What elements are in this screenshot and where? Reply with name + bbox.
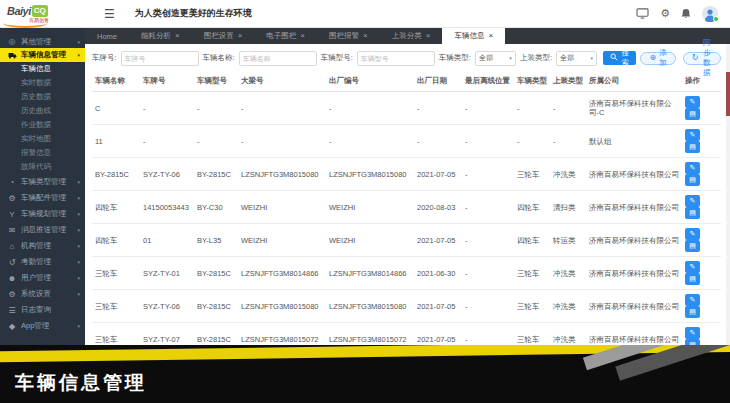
top-bar: Baiyi CQ 百易创青 ☰ 为人类创造更美好的生存环境 ⚙ [0, 0, 730, 28]
table-cell: - [462, 125, 514, 158]
table-cell: 济南百易环保科技有限公司 [586, 191, 682, 224]
sidebar-subitem[interactable]: 历史数据 [0, 90, 85, 104]
sidebar-item[interactable]: ⌂机构管理▾ [0, 238, 85, 254]
plate-number-input[interactable] [121, 51, 199, 66]
table-cell: 三轮车 [92, 290, 140, 323]
table-cell: BY-2815C [194, 158, 238, 191]
table-cell: 14150053443 [140, 191, 194, 224]
delete-button[interactable]: ▤ [685, 141, 700, 153]
trash-icon: ▤ [689, 176, 696, 183]
edit-button[interactable]: ✎ [685, 261, 700, 273]
edit-button[interactable]: ✎ [685, 327, 700, 339]
chevron-icon: ▾ [77, 52, 80, 58]
table-cell: 四轮车 [514, 191, 550, 224]
sidebar-item[interactable]: ✉消息推送管理▾ [0, 222, 85, 238]
sidebar-item-label: 车辆配件管理 [21, 193, 66, 203]
table-cell: 三轮车 [92, 257, 140, 290]
table-cell: BY-2815C [194, 257, 238, 290]
tab-label: 能耗分析 [141, 31, 171, 41]
sidebar-subitem[interactable]: 实时地图 [0, 132, 85, 146]
sidebar-item[interactable]: ↺考勤管理▾ [0, 254, 85, 270]
scrollbar-thumb[interactable] [726, 72, 730, 116]
app-icon: ◆ [7, 322, 17, 331]
close-icon[interactable]: × [426, 32, 431, 40]
delete-button[interactable]: ▤ [685, 240, 700, 252]
table-cell: SYZ-TY-06 [140, 158, 194, 191]
table-cell: - [414, 92, 462, 125]
sidebar-item[interactable]: ◔车辆类型管理▾ [0, 174, 85, 190]
tab[interactable]: 能耗分析× [129, 28, 192, 44]
tab[interactable]: 车辆信息× [442, 28, 505, 44]
sidebar-subitem[interactable]: 报警信息 [0, 146, 85, 160]
pencil-icon: ✎ [690, 131, 696, 138]
delete-button[interactable]: ▤ [685, 207, 700, 219]
mount-type-select[interactable]: 全部 ▾ [556, 51, 597, 66]
delete-button[interactable]: ▤ [685, 306, 700, 318]
close-icon[interactable]: × [363, 32, 368, 40]
sidebar-item[interactable]: ◆App管理▾ [0, 318, 85, 334]
tab[interactable]: 上装分类× [380, 28, 443, 44]
table-cell: LZSNJFTG3M8015080 [326, 290, 414, 323]
tab[interactable]: 围栏报警× [317, 28, 380, 44]
tab[interactable]: 电子围栏× [254, 28, 317, 44]
delete-button[interactable]: ▤ [685, 108, 700, 120]
table-cell: BY-L35 [194, 224, 238, 257]
delete-button[interactable]: ▤ [685, 273, 700, 285]
sidebar-item[interactable]: ⚙车辆配件管理▾ [0, 190, 85, 206]
sidebar-item[interactable]: ☻用户管理▾ [0, 270, 85, 286]
monitor-icon[interactable] [636, 8, 649, 19]
edit-button[interactable]: ✎ [685, 129, 700, 141]
sidebar-subitem[interactable]: 故障代码 [0, 160, 85, 174]
edit-button[interactable]: ✎ [685, 228, 700, 240]
vehicle-name-input[interactable] [239, 51, 317, 66]
vehicle-type-select[interactable]: 全部 ▾ [475, 51, 516, 66]
close-icon[interactable]: × [175, 32, 180, 40]
edit-button[interactable]: ✎ [685, 294, 700, 306]
edit-button[interactable]: ✎ [685, 96, 700, 108]
sidebar-item-label: 车辆规划管理 [21, 209, 66, 219]
sync-data-button[interactable]: ↻ 同步数据 [683, 52, 721, 65]
sidebar-item[interactable]: ☰日志查询 [0, 302, 85, 318]
table-cell: 四轮车 [92, 191, 140, 224]
sidebar-item-label: 考勤管理 [21, 257, 51, 267]
add-button[interactable]: ⊕ 添加 [640, 52, 675, 65]
tab[interactable]: 围栏设置× [192, 28, 255, 44]
search-button[interactable]: 搜索 [603, 51, 637, 65]
column-header: 出厂日期 [414, 71, 462, 92]
delete-button[interactable]: ▤ [685, 174, 700, 186]
sidebar-subitem[interactable]: 作业数据 [0, 118, 85, 132]
sidebar-item[interactable]: ◎其他管理▾ [0, 35, 85, 48]
tab[interactable]: Home [85, 28, 129, 44]
edit-button[interactable]: ✎ [685, 195, 700, 207]
sidebar-toggle-menu-icon[interactable]: ☰ [104, 7, 115, 21]
brand-logo[interactable]: Baiyi CQ 百易创青 [0, 5, 92, 23]
edit-button[interactable]: ✎ [685, 162, 700, 174]
vehicle-model-input[interactable] [357, 51, 435, 66]
pencil-icon: ✎ [690, 329, 696, 336]
column-header: 车辆名称 [92, 71, 140, 92]
page-title: 车辆信息管理 [15, 370, 147, 396]
settings-gear-icon[interactable]: ⚙ [660, 7, 670, 20]
table-cell: 济南百易环保科技有限公司 [586, 224, 682, 257]
sidebar-item[interactable]: ⚙系统设置▾ [0, 286, 85, 302]
sidebar-item-label: 车辆类型管理 [21, 177, 66, 187]
sidebar-subitem[interactable]: 车辆信息 [0, 62, 85, 76]
sidebar-subitem[interactable]: 实时数据 [0, 76, 85, 90]
user-avatar[interactable] [702, 6, 718, 22]
chevron-icon: ▾ [77, 211, 80, 217]
logo-text: Baiyi [7, 6, 31, 16]
table-cell: - [238, 125, 326, 158]
tab-label: 电子围栏 [266, 31, 296, 41]
table-cell: C [92, 92, 140, 125]
close-icon[interactable]: × [238, 32, 243, 40]
mount-type-label: 上装类型: [520, 53, 552, 63]
sidebar-item[interactable]: Y车辆规划管理▾ [0, 206, 85, 222]
tab-label: 上装分类 [392, 31, 422, 41]
open-tabs-bar: Home能耗分析×围栏设置×电子围栏×围栏报警×上装分类×车辆信息× [85, 28, 730, 44]
notifications-bell-icon[interactable] [681, 8, 691, 19]
close-icon[interactable]: × [488, 32, 493, 40]
scrollbar-track[interactable] [726, 44, 730, 346]
sidebar-item[interactable]: 车辆信息管理▾ [0, 48, 85, 62]
sidebar-subitem[interactable]: 历史曲线 [0, 104, 85, 118]
close-icon[interactable]: × [300, 32, 305, 40]
